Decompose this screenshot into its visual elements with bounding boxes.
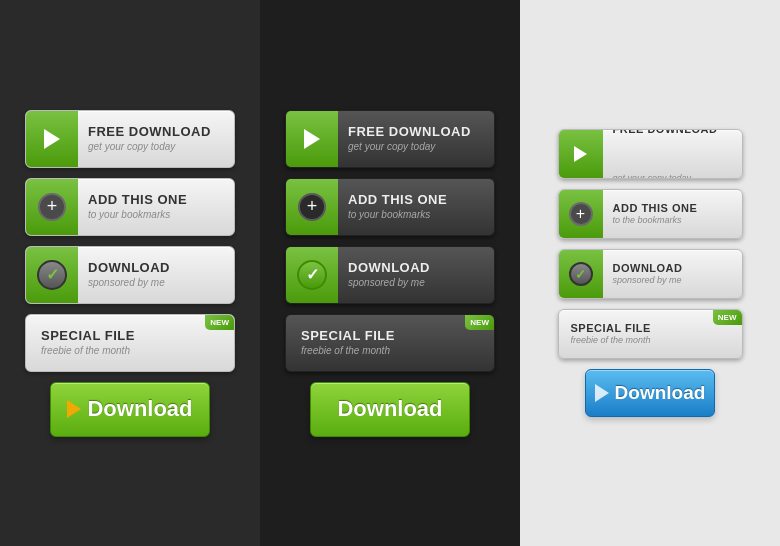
check-circle-2: ✓ [297, 260, 327, 290]
btn-text-3: DOWNLOAD sponsored by me [78, 260, 234, 289]
btn-title-4: SPECIAL FILE [41, 328, 224, 344]
check-circle-3: ✓ [569, 262, 593, 286]
check-symbol-3: ✓ [575, 267, 586, 282]
arrow-icon-3 [559, 129, 603, 179]
btn-text-6: ADD THIS ONE to your bookmarks [338, 192, 494, 221]
btn-title-12: SPECIAL FILE [571, 322, 732, 335]
new-ribbon-3: NEW [713, 310, 742, 325]
plus-icon-bg-2: + [286, 178, 338, 236]
btn-subtitle-4: freebie of the month [41, 344, 224, 357]
btn-title-9: FREE DOWNLOAD [613, 129, 743, 173]
btn-subtitle-5: get your copy today [348, 140, 484, 153]
arrow-shape-3 [574, 146, 587, 162]
plus-symbol-1: + [47, 196, 58, 217]
btn-title-2: ADD THIS ONE [88, 192, 224, 208]
btn-text-10: ADD THIS ONE to the bookmarks [603, 202, 742, 227]
add-this-button-3[interactable]: + ADD THIS ONE to the bookmarks [558, 189, 743, 239]
plus-icon-bg-3: + [559, 189, 603, 239]
btn-title-8: SPECIAL FILE [301, 328, 484, 344]
new-ribbon-1: NEW [205, 315, 234, 330]
free-download-button-1[interactable]: FREE DOWNLOAD get your copy today [25, 110, 235, 168]
new-ribbon-2: NEW [465, 315, 494, 330]
btn-text-12: SPECIAL FILE freebie of the month [559, 322, 742, 347]
btn-subtitle-7: sponsored by me [348, 276, 484, 289]
check-icon-bg-3: ✓ [559, 249, 603, 299]
big-arrow-icon-1 [67, 400, 81, 418]
circle-plus-2: + [298, 193, 326, 221]
btn-text-9: FREE DOWNLOAD get your copy today [603, 129, 743, 179]
big-download-label-3: Download [615, 382, 706, 404]
btn-subtitle-12: freebie of the month [571, 335, 732, 347]
arrow-shape-2 [304, 129, 320, 149]
btn-text-4: SPECIAL FILE freebie of the month [26, 328, 234, 357]
btn-text-2: ADD THIS ONE to your bookmarks [78, 192, 234, 221]
btn-subtitle-11: sponsored by me [613, 275, 732, 287]
panel-dark-2: FREE DOWNLOAD get your copy today + ADD … [260, 0, 520, 546]
special-file-button-3[interactable]: SPECIAL FILE freebie of the month NEW [558, 309, 743, 359]
btn-title-3: DOWNLOAD [88, 260, 224, 276]
btn-subtitle-6: to your bookmarks [348, 208, 484, 221]
check-circle-1: ✓ [37, 260, 67, 290]
circle-plus-1: + [38, 193, 66, 221]
plus-symbol-2: + [307, 196, 318, 217]
plus-icon-bg-1: + [26, 178, 78, 236]
big-download-label-1: Download [87, 396, 192, 422]
check-icon-bg-2: ✓ [286, 246, 338, 304]
btn-text-1: FREE DOWNLOAD get your copy today [78, 124, 234, 153]
big-download-button-1[interactable]: Download [50, 382, 210, 437]
arrow-icon-2 [286, 110, 338, 168]
btn-text-8: SPECIAL FILE freebie of the month [286, 328, 494, 357]
btn-subtitle-3: sponsored by me [88, 276, 224, 289]
btn-text-7: DOWNLOAD sponsored by me [338, 260, 494, 289]
big-arrow-icon-3 [595, 384, 609, 402]
big-download-label-2: Download [337, 396, 442, 422]
plus-symbol-3: + [576, 205, 585, 223]
add-this-button-2[interactable]: + ADD THIS ONE to your bookmarks [285, 178, 495, 236]
btn-subtitle-1: get your copy today [88, 140, 224, 153]
btn-subtitle-9: get your copy today [613, 173, 743, 179]
circle-plus-3: + [569, 202, 593, 226]
btn-title-11: DOWNLOAD [613, 262, 732, 275]
btn-subtitle-8: freebie of the month [301, 344, 484, 357]
special-file-button-1[interactable]: SPECIAL FILE freebie of the month NEW [25, 314, 235, 372]
big-download-button-3[interactable]: Download [585, 369, 715, 417]
btn-title-10: ADD THIS ONE [613, 202, 732, 215]
btn-title-5: FREE DOWNLOAD [348, 124, 484, 140]
btn-title-1: FREE DOWNLOAD [88, 124, 224, 140]
arrow-icon-1 [26, 110, 78, 168]
btn-title-6: ADD THIS ONE [348, 192, 484, 208]
btn-text-5: FREE DOWNLOAD get your copy today [338, 124, 494, 153]
free-download-button-2[interactable]: FREE DOWNLOAD get your copy today [285, 110, 495, 168]
panel-light: FREE DOWNLOAD get your copy today + ADD … [520, 0, 780, 546]
add-this-button-1[interactable]: + ADD THIS ONE to your bookmarks [25, 178, 235, 236]
download-sponsored-button-2[interactable]: ✓ DOWNLOAD sponsored by me [285, 246, 495, 304]
check-icon-bg-1: ✓ [26, 246, 78, 304]
btn-subtitle-10: to the bookmarks [613, 215, 732, 227]
btn-text-11: DOWNLOAD sponsored by me [603, 262, 742, 287]
download-sponsored-button-3[interactable]: ✓ DOWNLOAD sponsored by me [558, 249, 743, 299]
check-symbol-2: ✓ [306, 265, 319, 284]
big-download-button-2[interactable]: Download [310, 382, 470, 437]
download-sponsored-button-1[interactable]: ✓ DOWNLOAD sponsored by me [25, 246, 235, 304]
btn-title-7: DOWNLOAD [348, 260, 484, 276]
check-symbol-1: ✓ [46, 265, 59, 284]
free-download-button-3[interactable]: FREE DOWNLOAD get your copy today [558, 129, 743, 179]
btn-subtitle-2: to your bookmarks [88, 208, 224, 221]
special-file-button-2[interactable]: SPECIAL FILE freebie of the month NEW [285, 314, 495, 372]
panel-dark-1: FREE DOWNLOAD get your copy today + ADD … [0, 0, 260, 546]
